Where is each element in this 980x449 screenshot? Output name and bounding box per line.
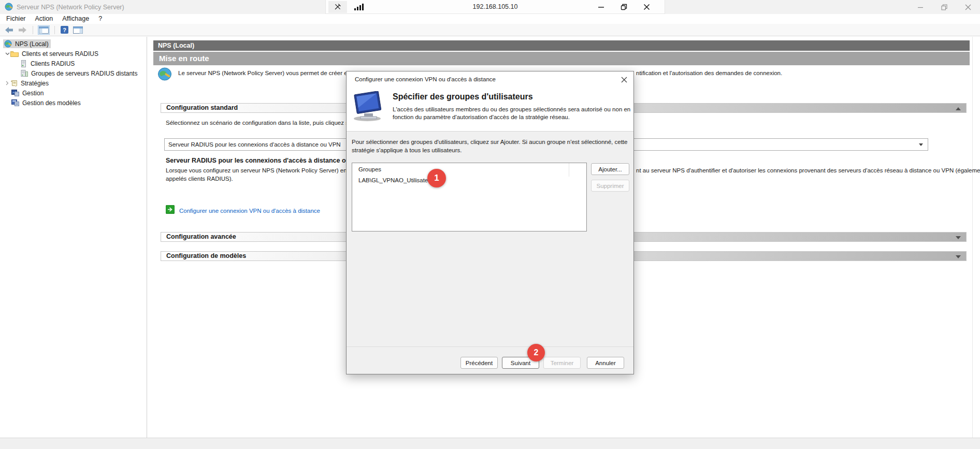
unpin-bar-button[interactable] [328, 1, 347, 13]
tree-item-label: Gestion des modèles [22, 99, 81, 107]
groups-column-header: Groupes [358, 166, 381, 172]
window-minimize-icon[interactable] [909, 0, 932, 14]
tree-item-label: Clients et serveurs RADIUS [22, 50, 98, 57]
section-title: Configuration avancée [166, 233, 236, 240]
section-title: Configuration standard [166, 104, 238, 111]
menu-item-affichage[interactable]: Affichage [57, 14, 94, 24]
forward-arrow-icon [18, 26, 27, 34]
help-button[interactable]: ? [60, 25, 69, 35]
scenario-text-left: Lorsque vous configurez un serveur NPS (… [166, 167, 358, 173]
section-title: Configuration de modèles [166, 252, 246, 259]
footer-separator [347, 346, 633, 347]
scenario-text-right: nt au serveur NPS d'authentifier et d'au… [636, 167, 980, 173]
menu-item-action[interactable]: Action [31, 14, 58, 24]
intro-text-left: Le serveur NPS (Network Policy Server) v… [178, 70, 357, 76]
annotation-step-2-badge: 2 [527, 344, 545, 361]
column-divider [569, 163, 569, 177]
vm-minimize-icon[interactable] [596, 1, 606, 13]
tree-selection: NPS (Local) [3, 39, 51, 48]
vm-close-icon[interactable] [642, 1, 651, 13]
vm-window-controls [596, 1, 665, 13]
console-toolbar: ? [0, 24, 980, 36]
instruction-line: stratégie s'applique à tous les utilisat… [352, 147, 627, 155]
combobox-chevron-down-icon[interactable] [919, 143, 923, 146]
window-restore-icon[interactable] [932, 0, 956, 14]
menu-item-help[interactable]: ? [94, 14, 107, 24]
expander-closed-icon[interactable] [4, 81, 10, 85]
add-group-button[interactable]: Ajouter... [591, 163, 629, 175]
toolbar-separator [54, 26, 55, 34]
menu-item-fichier[interactable]: Fichier [2, 14, 31, 24]
back-arrow-icon [5, 26, 13, 34]
wizard-page-description: L'accès des utilisateurs membres du ou d… [393, 106, 630, 121]
forward-button[interactable] [17, 25, 28, 35]
vm-restore-icon[interactable] [619, 1, 628, 13]
tree-item-nps-local[interactable]: NPS (Local) [0, 39, 147, 49]
pane-header: NPS (Local) [153, 40, 970, 51]
instruction-line: Pour sélectionner des groupes d'utilisat… [352, 138, 627, 147]
expand-chevron-down-icon[interactable] [956, 236, 961, 239]
collapse-chevron-up-icon[interactable] [956, 107, 961, 110]
tree-item-label: NPS (Local) [15, 40, 49, 48]
tree-item-gestion-modeles[interactable]: Gestion des modèles [0, 98, 147, 108]
finish-button[interactable]: Terminer [543, 357, 581, 369]
window-title: Serveur NPS (Network Policy Server) [17, 4, 124, 11]
scenario-combobox-value: Serveur RADIUS pour les connexions d'acc… [168, 141, 341, 148]
expander-open-icon[interactable] [4, 52, 10, 55]
vm-connection-bar: 192.168.105.10 [325, 0, 665, 14]
tree-item-label: Stratégies [21, 80, 49, 87]
status-bar [0, 438, 980, 449]
scenario-hint-text: Sélectionnez un scénario de configuratio… [166, 120, 360, 126]
tree-item-clients-serveurs-radius[interactable]: Clients et serveurs RADIUS [0, 49, 147, 59]
scenario-text-tail: appelés clients RADIUS). [166, 176, 233, 182]
console-tree-icon [39, 26, 49, 34]
tree-item-groupes-serveurs-radius[interactable]: Groupes de serveurs RADIUS distants [0, 68, 147, 78]
dialog-titlebar: Configurer une connexion VPN ou d'accès … [347, 71, 633, 87]
vpn-wizard-dialog: Configurer une connexion VPN ou d'accès … [346, 71, 634, 374]
tree-item-label: Gestion [22, 90, 44, 97]
group-list-item[interactable]: LAB\GL_VPNAO_Utilisateurs [358, 177, 436, 183]
tree-item-label: Clients RADIUS [31, 60, 75, 67]
show-console-tree-button[interactable] [38, 25, 50, 35]
window-close-icon[interactable] [956, 0, 980, 14]
tree-item-clients-radius[interactable]: Clients RADIUS [0, 59, 147, 68]
remove-group-button[interactable]: Supprimer [591, 180, 629, 192]
templates-icon [11, 99, 19, 106]
nps-app-icon [5, 3, 13, 13]
groups-listbox[interactable]: Groupes LAB\GL_VPNAO_Utilisateurs [352, 163, 587, 231]
pin-off-icon [334, 3, 342, 11]
annotation-step-1-badge: 1 [427, 169, 446, 187]
groups-instruction: Pour sélectionner des groupes d'utilisat… [352, 138, 627, 154]
wizard-arrow-icon [166, 205, 175, 216]
tree-item-strategies[interactable]: Stratégies [0, 78, 147, 88]
tree-item-label: Groupes de serveurs RADIUS distants [31, 70, 137, 77]
cancel-button[interactable]: Annuler [587, 357, 624, 369]
window-controls [909, 0, 980, 14]
show-action-pane-button[interactable] [72, 25, 84, 35]
expand-chevron-down-icon[interactable] [956, 255, 961, 258]
wizard-page-heading: Spécifier des groupes d'utilisateurs [393, 92, 533, 102]
back-button[interactable] [4, 25, 15, 35]
dialog-close-icon[interactable] [619, 75, 629, 84]
nps-console-window: Serveur NPS (Network Policy Server) 192.… [0, 0, 980, 449]
toolbar-separator [33, 26, 33, 34]
nps-server-icon [4, 40, 12, 48]
policies-scroll-icon [10, 80, 18, 87]
globe-icon [157, 67, 172, 83]
help-icon: ? [61, 26, 68, 34]
previous-button[interactable]: Précédent [460, 357, 498, 369]
console-tree-pane: NPS (Local) Clients et serveurs RADIUS C… [0, 37, 147, 438]
description-line: L'accès des utilisateurs membres du ou d… [393, 106, 630, 113]
configure-vpn-link[interactable]: Configurer une connexion VPN ou d'accès … [179, 208, 320, 214]
getting-started-banner: Mise en route [153, 52, 970, 65]
scenario-heading: Serveur RADIUS pour les connexions d'acc… [166, 157, 365, 164]
intro-text-right: ntification et l'autorisation des demand… [636, 70, 782, 76]
folder-icon [10, 50, 19, 57]
computer-wizard-icon [353, 91, 387, 124]
menu-bar: Fichier Action Affichage ? [0, 14, 980, 24]
accounting-icon [11, 90, 19, 96]
description-line: fonction du paramètre d'autorisation d'a… [393, 113, 630, 121]
radius-server-group-icon [21, 70, 28, 77]
tree-item-gestion[interactable]: Gestion [0, 88, 147, 98]
radius-client-icon [21, 60, 27, 67]
